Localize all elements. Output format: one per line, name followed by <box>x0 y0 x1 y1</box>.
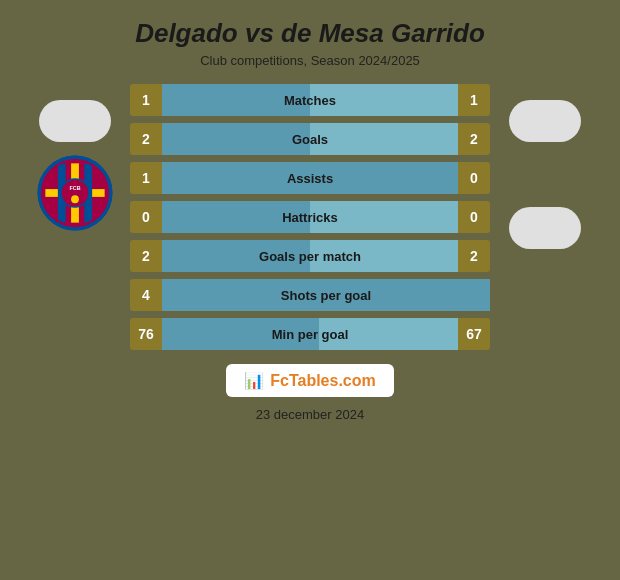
stat-left-hattricks: 0 <box>130 201 162 233</box>
stat-left-goals: 2 <box>130 123 162 155</box>
fc-part: Fc <box>270 372 289 389</box>
stat-bar-shots_per_goal: Shots per goal <box>162 279 490 311</box>
stat-label-goals_per_match: Goals per match <box>259 249 361 264</box>
page-subtitle: Club competitions, Season 2024/2025 <box>200 53 420 68</box>
stat-label-shots_per_goal: Shots per goal <box>281 288 371 303</box>
svg-text:FCB: FCB <box>69 185 80 191</box>
stat-row-shots_per_goal: 4Shots per goal <box>130 279 490 311</box>
barca-logo: FCB <box>36 154 114 232</box>
fctables-logo: 📊 FcTables.com <box>226 364 394 397</box>
svg-point-8 <box>71 195 79 203</box>
stat-right-goals: 2 <box>458 123 490 155</box>
stat-row-matches: 1Matches1 <box>130 84 490 116</box>
tables-part: Tables.com <box>289 372 376 389</box>
stat-right-goals_per_match: 2 <box>458 240 490 272</box>
stat-bar-goals_per_match: Goals per match <box>162 240 458 272</box>
date-label: 23 december 2024 <box>256 407 364 422</box>
team-badge-right-2 <box>509 207 581 249</box>
main-content: FCB 1Matches12Goals21Assists00Hattricks0… <box>20 84 600 350</box>
stat-right-assists: 0 <box>458 162 490 194</box>
stat-row-hattricks: 0Hattricks0 <box>130 201 490 233</box>
stat-left-assists: 1 <box>130 162 162 194</box>
chart-icon: 📊 <box>244 371 264 390</box>
stat-row-min_per_goal: 76Min per goal67 <box>130 318 490 350</box>
stat-fill-goals <box>162 123 310 155</box>
stat-bar-hattricks: Hattricks <box>162 201 458 233</box>
stat-left-shots_per_goal: 4 <box>130 279 162 311</box>
stat-left-goals_per_match: 2 <box>130 240 162 272</box>
page-title: Delgado vs de Mesa Garrido <box>135 18 485 49</box>
stat-bar-min_per_goal: Min per goal <box>162 318 458 350</box>
right-column <box>490 84 600 249</box>
left-column: FCB <box>20 84 130 232</box>
stat-label-min_per_goal: Min per goal <box>272 327 349 342</box>
team-badge-left-1 <box>39 100 111 142</box>
stat-bar-assists: Assists <box>162 162 458 194</box>
stat-row-goals_per_match: 2Goals per match2 <box>130 240 490 272</box>
stat-label-goals: Goals <box>292 132 328 147</box>
team-badge-right-1 <box>509 100 581 142</box>
stat-bar-matches: Matches <box>162 84 458 116</box>
stat-left-matches: 1 <box>130 84 162 116</box>
fctables-text: FcTables.com <box>270 372 376 390</box>
stat-right-hattricks: 0 <box>458 201 490 233</box>
stat-label-matches: Matches <box>284 93 336 108</box>
stat-row-goals: 2Goals2 <box>130 123 490 155</box>
stat-row-assists: 1Assists0 <box>130 162 490 194</box>
stat-label-assists: Assists <box>287 171 333 186</box>
stat-right-min_per_goal: 67 <box>458 318 490 350</box>
page-wrapper: Delgado vs de Mesa Garrido Club competit… <box>0 0 620 580</box>
stat-left-min_per_goal: 76 <box>130 318 162 350</box>
stat-bar-goals: Goals <box>162 123 458 155</box>
stat-label-hattricks: Hattricks <box>282 210 338 225</box>
stats-column: 1Matches12Goals21Assists00Hattricks02Goa… <box>130 84 490 350</box>
stat-right-matches: 1 <box>458 84 490 116</box>
